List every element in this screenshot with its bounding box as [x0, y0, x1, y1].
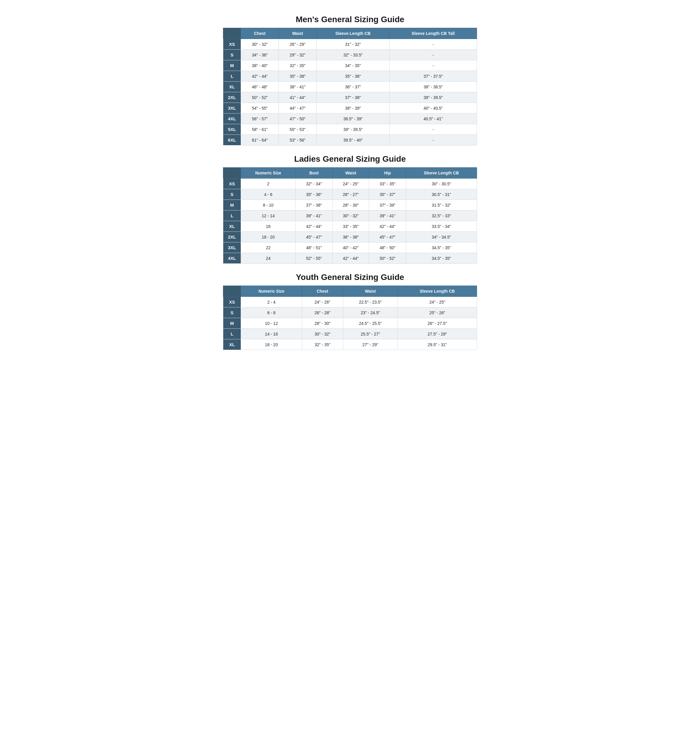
- ladies-cell-7-1: 24: [241, 253, 296, 264]
- mens-cell-2-2: 32" - 35": [279, 60, 317, 71]
- ladies-cell-5-1: 18 - 20: [241, 232, 296, 243]
- mens-cell-1-2: 29" - 32": [279, 50, 317, 60]
- youth-cell-3-3: 25.5" - 27": [343, 329, 398, 339]
- ladies-cell-7-0: 4XL: [223, 253, 241, 264]
- mens-cell-3-1: 42" - 44": [241, 71, 279, 81]
- ladies-cell-1-2: 35" - 36": [296, 189, 333, 200]
- ladies-cell-7-2: 52" - 55": [296, 253, 333, 264]
- youth-cell-1-0: S: [223, 307, 241, 318]
- youth-header-2: Chest: [302, 286, 343, 297]
- youth-header-3: Waist: [343, 286, 398, 297]
- youth-cell-0-0: XS: [223, 297, 241, 307]
- ladies-cell-6-4: 48" - 50": [369, 243, 406, 253]
- ladies-cell-0-1: 2: [241, 179, 296, 189]
- ladies-cell-2-4: 37" - 39": [369, 200, 406, 210]
- table-row: 3XL2248" - 51"40" - 42"48" - 50"34.5" - …: [223, 243, 477, 253]
- mens-cell-0-2: 26" - 29": [279, 39, 317, 50]
- youth-cell-1-2: 26" - 28": [302, 307, 343, 318]
- ladies-header-3: Waist: [332, 168, 369, 179]
- mens-cell-4-4: 38" - 38.5": [389, 81, 477, 92]
- table-row: M38" - 40"32" - 35"34" - 35"-: [223, 60, 477, 71]
- table-row: 4XL2452" - 55"42" - 44"50" - 52"34.5" - …: [223, 253, 477, 264]
- mens-cell-7-3: 38.5" - 39": [317, 114, 389, 124]
- ladies-cell-1-5: 30.5" - 31": [406, 189, 477, 200]
- ladies-header-2: Bust: [296, 168, 333, 179]
- youth-header-4: Sleeve Length CB: [398, 286, 477, 297]
- ladies-cell-4-2: 42" - 44": [296, 221, 333, 232]
- youth-header-0: [223, 286, 241, 297]
- youth-table: Numeric SizeChestWaistSleeve Length CB X…: [223, 285, 477, 350]
- table-row: L12 - 1439" - 41"30" - 32"39" - 41"32.5"…: [223, 210, 477, 221]
- ladies-cell-7-5: 34.5" - 35": [406, 253, 477, 264]
- mens-cell-1-4: -: [389, 50, 477, 60]
- mens-cell-1-0: S: [223, 50, 241, 60]
- mens-cell-8-3: 39" - 39.5": [317, 124, 389, 135]
- youth-cell-2-4: 26" - 27.5": [398, 318, 477, 329]
- youth-cell-0-1: 2 - 4: [241, 297, 302, 307]
- mens-cell-0-4: -: [389, 39, 477, 50]
- ladies-cell-6-5: 34.5" - 35": [406, 243, 477, 253]
- mens-cell-4-2: 38" - 41": [279, 81, 317, 92]
- table-row: S34" - 36"29" - 32"32" - 33.5"-: [223, 50, 477, 60]
- youth-header-1: Numeric Size: [241, 286, 302, 297]
- mens-header-3: Sleeve Length CB: [317, 28, 389, 39]
- youth-cell-1-1: 6 - 8: [241, 307, 302, 318]
- mens-header-0: [223, 28, 241, 39]
- mens-header-1: Chest: [241, 28, 279, 39]
- ladies-cell-7-4: 50" - 52": [369, 253, 406, 264]
- mens-table: ChestWaistSleeve Length CBSleeve Length …: [223, 28, 477, 146]
- youth-cell-3-2: 30" - 32": [302, 329, 343, 339]
- table-row: 4XL56" - 57"47" - 50"38.5" - 39"40.5" - …: [223, 114, 477, 124]
- youth-cell-3-0: L: [223, 329, 241, 339]
- ladies-cell-6-0: 3XL: [223, 243, 241, 253]
- youth-cell-4-4: 29.5" - 31": [398, 339, 477, 350]
- table-row: 6XL61" - 64"53" - 56"39.5" - 40"-: [223, 135, 477, 146]
- table-row: XS30" - 32"26" - 29"31" - 32"-: [223, 39, 477, 50]
- ladies-title: Ladies General Sizing Guide: [223, 154, 477, 164]
- ladies-cell-4-3: 33" - 35": [332, 221, 369, 232]
- ladies-cell-3-3: 30" - 32": [332, 210, 369, 221]
- mens-cell-2-0: M: [223, 60, 241, 71]
- ladies-cell-4-0: XL: [223, 221, 241, 232]
- mens-cell-5-4: 39" - 39.5": [389, 92, 477, 103]
- youth-title: Youth General Sizing Guide: [223, 273, 477, 282]
- mens-cell-4-3: 36" - 37": [317, 81, 389, 92]
- mens-cell-0-0: XS: [223, 39, 241, 50]
- ladies-cell-6-1: 22: [241, 243, 296, 253]
- youth-cell-0-3: 22.5" - 23.5": [343, 297, 398, 307]
- mens-cell-3-0: L: [223, 71, 241, 81]
- mens-cell-6-4: 40" - 40.5": [389, 103, 477, 114]
- table-row: S6 - 826" - 28"23" - 24.5"25" - 26": [223, 307, 477, 318]
- youth-cell-1-4: 25" - 26": [398, 307, 477, 318]
- mens-cell-5-2: 41" - 44": [279, 92, 317, 103]
- ladies-cell-3-4: 39" - 41": [369, 210, 406, 221]
- youth-cell-2-2: 28" - 30": [302, 318, 343, 329]
- ladies-cell-2-5: 31.5" - 32": [406, 200, 477, 210]
- mens-cell-8-0: 5XL: [223, 124, 241, 135]
- mens-title: Men's General Sizing Guide: [223, 15, 477, 24]
- table-row: M8 - 1037" - 38"28" - 30"37" - 39"31.5" …: [223, 200, 477, 210]
- ladies-header-1: Numeric Size: [241, 168, 296, 179]
- mens-cell-9-4: -: [389, 135, 477, 146]
- youth-cell-2-3: 24.5" - 25.5": [343, 318, 398, 329]
- ladies-cell-2-3: 28" - 30": [332, 200, 369, 210]
- table-row: L14 - 1630" - 32"25.5" - 27"27.5" - 29": [223, 329, 477, 339]
- youth-cell-4-1: 18 - 20: [241, 339, 302, 350]
- ladies-cell-2-2: 37" - 38": [296, 200, 333, 210]
- mens-cell-7-0: 4XL: [223, 114, 241, 124]
- ladies-cell-5-2: 45" - 47": [296, 232, 333, 243]
- mens-cell-0-1: 30" - 32": [241, 39, 279, 50]
- ladies-cell-1-3: 26" - 27": [332, 189, 369, 200]
- ladies-header-4: Hip: [369, 168, 406, 179]
- mens-cell-5-3: 37" - 38": [317, 92, 389, 103]
- mens-cell-3-4: 37" - 37.5": [389, 71, 477, 81]
- mens-cell-9-1: 61" - 64": [241, 135, 279, 146]
- mens-cell-5-0: 2XL: [223, 92, 241, 103]
- table-row: S4 - 635" - 36"26" - 27"35" - 37"30.5" -…: [223, 189, 477, 200]
- ladies-header-5: Sleeve Length CB: [406, 168, 477, 179]
- ladies-cell-4-1: 16: [241, 221, 296, 232]
- mens-cell-8-2: 50" - 53": [279, 124, 317, 135]
- mens-cell-2-1: 38" - 40": [241, 60, 279, 71]
- youth-cell-4-3: 27" - 29": [343, 339, 398, 350]
- mens-cell-6-1: 54" - 55": [241, 103, 279, 114]
